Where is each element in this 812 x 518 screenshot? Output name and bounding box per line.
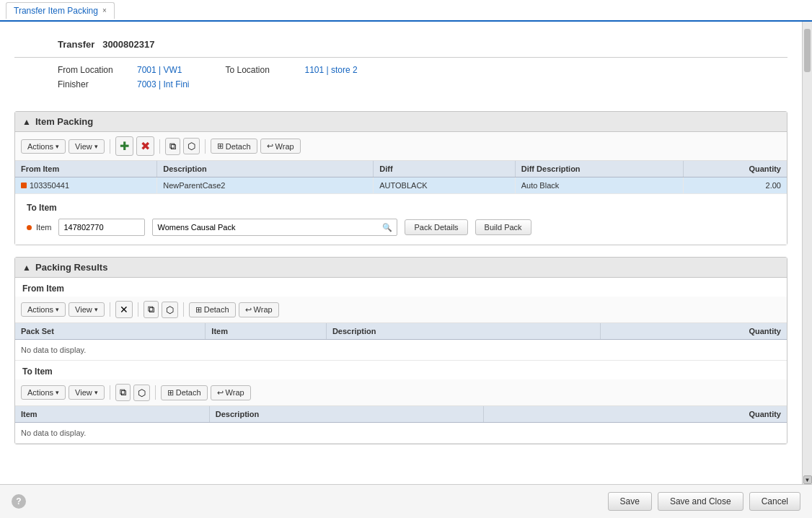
packing-from-actions-chevron-icon: ▾: [56, 306, 59, 313]
item-packing-panel: ▲ Item Packing Actions ▾ View ▾ ✚: [14, 111, 787, 245]
packing-to-item-label: To Item: [15, 361, 787, 379]
packing-to-detach-button[interactable]: ⊞ Detach: [161, 385, 208, 400]
tab-label: Transfer Item Packing: [14, 6, 98, 16]
view-chevron-icon: ▾: [94, 143, 98, 150]
packing-results-panel: ▲ Packing Results From Item Actions ▾ Vi…: [14, 257, 787, 444]
save-button[interactable]: Save: [608, 492, 652, 511]
actions-chevron-icon: ▾: [56, 143, 59, 150]
add-icon: ✚: [120, 139, 129, 153]
item-description-input[interactable]: [157, 223, 382, 232]
to-location-label: To Location: [225, 65, 290, 75]
to-no-data-row: No data to display.: [15, 423, 787, 444]
to-location-value: 1101 | store 2: [304, 65, 357, 75]
packing-results-collapse-icon[interactable]: ▲: [22, 263, 31, 272]
export-icon: ⬡: [187, 141, 195, 152]
copy-button[interactable]: ⧉: [165, 138, 180, 155]
packing-to-export-icon: ⬡: [138, 387, 146, 398]
transfer-id-label: Transfer: [58, 39, 94, 50]
packing-from-copy-icon: ⧉: [148, 304, 154, 315]
col-diff: Diff: [374, 161, 515, 177]
toolbar-separator-2: [159, 139, 160, 154]
add-button[interactable]: ✚: [115, 136, 133, 156]
packing-to-view-chevron-icon: ▾: [94, 389, 98, 396]
finisher-value: 7003 | Int Fini: [137, 79, 190, 89]
packing-results-title: Packing Results: [35, 262, 107, 273]
table-row[interactable]: 103350441 NewParentCase2 AUTOBLACK Auto …: [15, 177, 787, 194]
packing-from-toolbar: Actions ▾ View ▾ ✕ ⧉: [15, 297, 787, 323]
col-to-item: Item: [15, 406, 209, 423]
col-from-item: From Item: [15, 161, 157, 177]
actions-button[interactable]: Actions ▾: [21, 139, 66, 154]
toolbar-separator-1: [110, 139, 110, 154]
packing-from-view-button[interactable]: View ▾: [69, 302, 105, 317]
build-pack-button[interactable]: Build Pack: [475, 219, 531, 235]
cell-quantity: 2.00: [683, 177, 787, 194]
packing-to-table: Item Description Quantity No data to dis…: [15, 406, 787, 444]
search-icon[interactable]: 🔍: [382, 223, 392, 232]
packing-to-export-button[interactable]: ⬡: [133, 385, 150, 401]
packing-to-copy-icon: ⧉: [120, 387, 126, 398]
packing-to-toolbar: Actions ▾ View ▾ ⧉ ⬡: [15, 379, 787, 406]
item-search-wrapper: 🔍: [152, 219, 397, 236]
packing-to-view-button[interactable]: View ▾: [69, 385, 105, 400]
col-qty: Quantity: [600, 323, 787, 340]
col-pack-set: Pack Set: [15, 323, 206, 340]
save-close-button[interactable]: Save and Close: [658, 492, 743, 511]
footer: ? Save Save and Close Cancel: [0, 484, 812, 518]
export-button[interactable]: ⬡: [183, 138, 200, 154]
packing-from-copy-button[interactable]: ⧉: [144, 301, 159, 318]
packing-from-wrap-button[interactable]: ↩ Wrap: [239, 302, 279, 317]
detach-icon: ⊞: [217, 141, 224, 151]
col-quantity: Quantity: [683, 161, 787, 177]
packing-to-sep-1: [110, 385, 110, 400]
packing-to-sep-2: [155, 385, 156, 400]
from-no-data-row: No data to display.: [15, 340, 787, 361]
col-to-desc: Description: [209, 406, 483, 423]
to-item-section: To Item Item 🔍 Pack Details Build Pack: [15, 194, 787, 245]
transfer-header: Transfer 3000802317 From Location 7001 |…: [14, 33, 787, 100]
packing-to-copy-button[interactable]: ⧉: [115, 384, 131, 401]
scrollbar[interactable]: ▼: [802, 22, 812, 484]
packing-from-item-label: From Item: [15, 278, 787, 297]
cell-diff-description: Auto Black: [515, 177, 683, 194]
item-packing-header: ▲ Item Packing: [15, 112, 787, 132]
item-packing-collapse-icon[interactable]: ▲: [22, 118, 31, 126]
delete-icon: ✖: [141, 139, 150, 153]
packing-from-sep-3: [183, 302, 184, 317]
tab-close-icon[interactable]: ×: [102, 6, 107, 14]
packing-to-actions-button[interactable]: Actions ▾: [21, 385, 66, 400]
packing-from-view-chevron-icon: ▾: [94, 306, 98, 313]
packing-to-actions-chevron-icon: ▾: [56, 389, 59, 396]
packing-from-table: Pack Set Item Description Quantity No da…: [15, 323, 787, 361]
view-button[interactable]: View ▾: [69, 139, 105, 154]
packing-from-actions-button[interactable]: Actions ▾: [21, 302, 66, 317]
packing-results-header: ▲ Packing Results: [15, 258, 787, 278]
item-input[interactable]: [58, 219, 145, 236]
item-packing-title: Item Packing: [35, 116, 93, 127]
delete-button[interactable]: ✖: [136, 136, 154, 156]
item-packing-table: From Item Description Diff Diff Descript…: [15, 161, 787, 194]
cell-from-item: 103350441: [15, 177, 157, 194]
row-indicator-icon: [21, 183, 27, 188]
detach-button[interactable]: ⊞ Detach: [211, 139, 257, 154]
wrap-button[interactable]: ↩ Wrap: [260, 139, 301, 154]
col-description: Description: [157, 161, 374, 177]
help-button[interactable]: ?: [12, 494, 26, 509]
transfer-id-value: 3000802317: [102, 39, 154, 50]
cancel-button[interactable]: Cancel: [749, 492, 800, 511]
copy-icon: ⧉: [169, 141, 176, 152]
pack-details-button[interactable]: Pack Details: [405, 219, 467, 235]
cell-description: NewParentCase2: [157, 177, 374, 194]
col-to-qty: Quantity: [483, 406, 787, 423]
packing-from-sep-1: [110, 302, 110, 317]
required-indicator: [27, 225, 32, 230]
from-location-label: From Location: [58, 65, 123, 75]
finisher-label: Finisher: [58, 79, 123, 89]
transfer-item-packing-tab[interactable]: Transfer Item Packing ×: [6, 2, 115, 19]
packing-from-detach-button[interactable]: ⊞ Detach: [189, 302, 236, 317]
packing-to-wrap-button[interactable]: ↩ Wrap: [211, 385, 251, 400]
packing-from-detach-x-button[interactable]: ✕: [115, 301, 133, 318]
packing-from-export-button[interactable]: ⬡: [162, 302, 178, 318]
to-item-label: To Item: [27, 203, 775, 213]
col-diff-description: Diff Description: [515, 161, 683, 177]
